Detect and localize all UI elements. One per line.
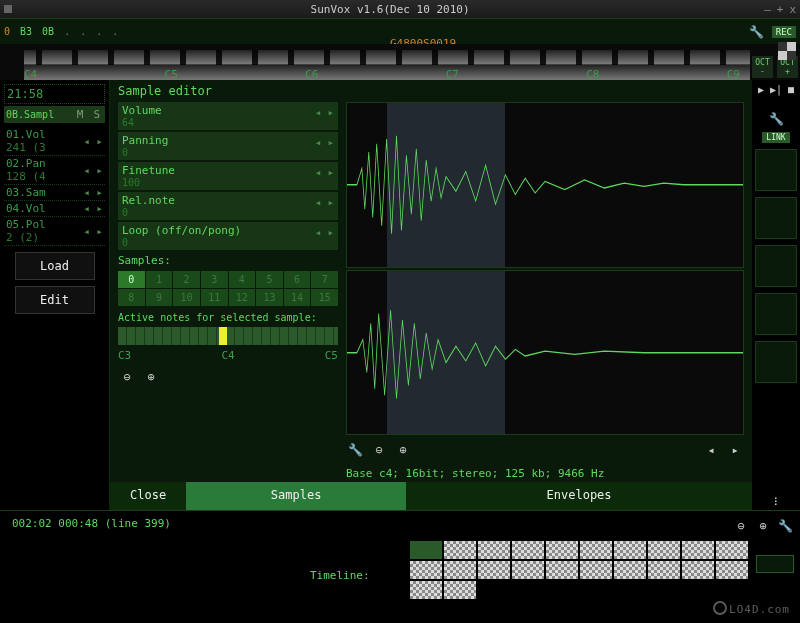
sample-cell[interactable]: 8: [118, 289, 145, 306]
sample-cell[interactable]: 3: [201, 271, 228, 288]
watermark: LO4D.com: [713, 599, 790, 617]
play-button[interactable]: ▶: [756, 84, 766, 106]
sample-info: Base c4; 16bit; stereo; 125 kb; 9466 Hz: [346, 465, 744, 482]
module-slot-box[interactable]: [755, 149, 797, 191]
module-slot-box[interactable]: [755, 245, 797, 287]
track-cell[interactable]: 0B: [42, 26, 54, 37]
zoom-out-icon[interactable]: ⊖: [370, 441, 388, 459]
samples-tab[interactable]: Samples: [186, 482, 406, 510]
titlebar: SunVox v1.6(Dec 10 2010) — + x: [0, 0, 800, 18]
levels-icon[interactable]: ⫶: [767, 492, 785, 510]
scroll-left-icon[interactable]: ◂: [702, 441, 720, 459]
module-slot[interactable]: 04.Vol◂ ▸: [4, 201, 105, 217]
module-slot-box[interactable]: [755, 341, 797, 383]
sample-cell[interactable]: 15: [311, 289, 338, 306]
param-panning[interactable]: Panning0◂▸: [118, 132, 338, 160]
tracker-strip: 0 B3 0B . . . . G4800S0019 G4400S0019 G4…: [0, 18, 800, 44]
envelopes-tab[interactable]: Envelopes: [406, 482, 752, 510]
sidebar: 21:58 0B.Sampl M S 01.Vol241 (3◂ ▸ 02.Pa…: [0, 80, 110, 510]
editor-tabs: Close Samples Envelopes: [110, 482, 752, 510]
track-cell[interactable]: .: [64, 26, 70, 37]
sample-cell[interactable]: 0: [118, 271, 145, 288]
waveform-right[interactable]: [346, 270, 744, 436]
sample-cell[interactable]: 7: [311, 271, 338, 288]
solo-button[interactable]: S: [90, 108, 103, 121]
close-window-button[interactable]: x: [789, 3, 796, 16]
sample-cell[interactable]: 12: [229, 289, 256, 306]
wrench-icon[interactable]: 🔧: [346, 441, 364, 459]
arrow-right-icon[interactable]: ▸: [327, 106, 334, 119]
sample-cell[interactable]: 14: [284, 289, 311, 306]
track-cell[interactable]: .: [96, 26, 102, 37]
sample-cell[interactable]: 13: [256, 289, 283, 306]
sample-cell[interactable]: 6: [284, 271, 311, 288]
mute-button[interactable]: M: [74, 108, 87, 121]
sample-cell[interactable]: 5: [256, 271, 283, 288]
record-button[interactable]: REC: [772, 26, 796, 38]
qr-icon[interactable]: [778, 42, 796, 60]
zoom-out-icon[interactable]: ⊖: [732, 517, 750, 535]
sample-cell[interactable]: 4: [229, 271, 256, 288]
sample-cell[interactable]: 9: [146, 289, 173, 306]
zoom-in-icon[interactable]: ⊕: [754, 517, 772, 535]
param-finetune[interactable]: Finetune100◂▸: [118, 162, 338, 190]
param-volume[interactable]: Volume64◂▸: [118, 102, 338, 130]
active-notes-bar[interactable]: [118, 327, 338, 345]
octave-down-button[interactable]: OCT -: [752, 56, 773, 78]
piano-keyboard[interactable]: C4C5C6 C7C8C9 OCT - OCT +: [0, 44, 800, 80]
sample-cell[interactable]: 10: [173, 289, 200, 306]
module-slot-box[interactable]: [755, 197, 797, 239]
window-title: SunVox v1.6(Dec 10 2010): [16, 3, 764, 16]
module-slot[interactable]: 01.Vol241 (3◂ ▸: [4, 127, 105, 156]
app-icon: [4, 5, 12, 13]
panel-title: Sample editor: [110, 80, 752, 102]
module-slot[interactable]: 02.Pan128 (4◂ ▸: [4, 156, 105, 185]
load-button[interactable]: Load: [15, 252, 95, 280]
sample-cell[interactable]: 11: [201, 289, 228, 306]
module-slot[interactable]: 05.Pol2 (2)◂ ▸: [4, 217, 105, 246]
minimize-button[interactable]: —: [764, 3, 771, 16]
sample-cell[interactable]: 2: [173, 271, 200, 288]
zoom-in-icon[interactable]: ⊕: [142, 368, 160, 386]
link-button[interactable]: LINK: [762, 132, 789, 143]
track-cell[interactable]: .: [80, 26, 86, 37]
sample-editor-panel: Sample editor Volume64◂▸ Panning0◂▸ Fine…: [110, 80, 752, 510]
stop-button[interactable]: ■: [786, 84, 796, 106]
maximize-button[interactable]: +: [777, 3, 784, 16]
samples-label: Samples:: [118, 252, 338, 269]
zoom-out-icon[interactable]: ⊖: [118, 368, 136, 386]
right-toolbar: |◀ ▶ ▶| ■ ● 🔧 LINK ⫶: [752, 80, 800, 510]
timeline-label: Timeline:: [310, 569, 370, 582]
mini-visualizer: [756, 555, 794, 573]
timeline-position: 002:02 000:48 (line 399): [4, 515, 796, 532]
current-sample-name[interactable]: 0B.Sampl: [6, 109, 70, 120]
module-slot-box[interactable]: [755, 293, 797, 335]
arrow-left-icon[interactable]: ◂: [315, 106, 322, 119]
wrench-icon[interactable]: 🔧: [776, 517, 794, 535]
module-slot[interactable]: 03.Sam◂ ▸: [4, 185, 105, 201]
sample-cell[interactable]: 1: [146, 271, 173, 288]
track-cell[interactable]: .: [112, 26, 118, 37]
wrench-icon[interactable]: 🔧: [748, 23, 766, 41]
clock: 21:58: [4, 84, 105, 104]
track-cell[interactable]: B3: [20, 26, 32, 37]
wrench-icon[interactable]: 🔧: [767, 110, 785, 128]
play-from-button[interactable]: ▶|: [768, 84, 784, 106]
samples-grid: 0123456789101112131415: [118, 271, 338, 306]
scroll-right-icon[interactable]: ▸: [726, 441, 744, 459]
param-relnote[interactable]: Rel.note0◂▸: [118, 192, 338, 220]
close-tab[interactable]: Close: [110, 482, 186, 510]
timeline-area: 002:02 000:48 (line 399) Timeline: ⊖ ⊕ 🔧: [0, 510, 800, 620]
active-notes-label: Active notes for selected sample:: [118, 308, 338, 325]
edit-button[interactable]: Edit: [15, 286, 95, 314]
param-loop[interactable]: Loop (off/on/pong)0◂▸: [118, 222, 338, 250]
zoom-in-icon[interactable]: ⊕: [394, 441, 412, 459]
waveform-left[interactable]: [346, 102, 744, 268]
track-cell[interactable]: 0: [4, 26, 10, 37]
